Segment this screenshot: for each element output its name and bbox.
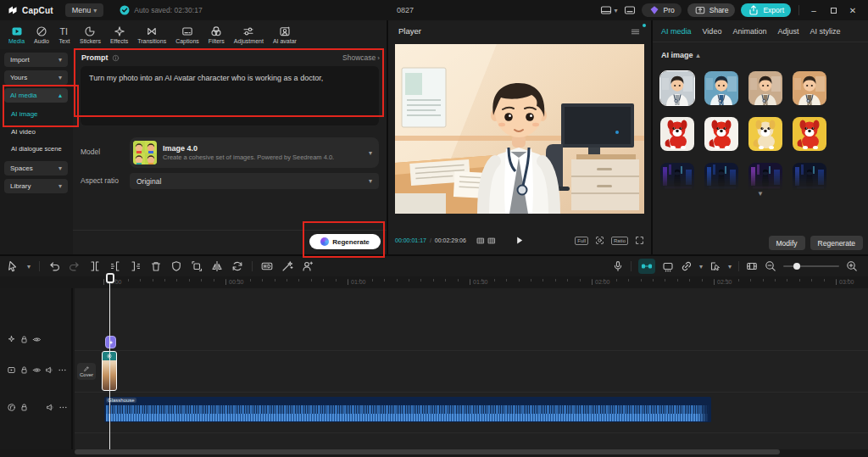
- mask-icon[interactable]: [170, 260, 182, 272]
- sidebar-item-spaces[interactable]: Spaces▾: [4, 161, 68, 176]
- modify-button[interactable]: Modify: [769, 236, 805, 250]
- model-select[interactable]: Image 4.0 Create a cohesive set of image…: [130, 137, 379, 168]
- player-video-preview[interactable]: [395, 44, 644, 214]
- split-icon[interactable]: [89, 260, 101, 272]
- sidebar-item-ai-dialogue-scene[interactable]: AI dialogue scene: [11, 145, 62, 153]
- minimize-button[interactable]: –: [807, 6, 821, 15]
- redo-icon[interactable]: [69, 260, 81, 272]
- regenerate-button[interactable]: Regenerate: [309, 234, 381, 249]
- cover-button[interactable]: Cover: [77, 363, 96, 380]
- tab-transitions[interactable]: Transitions: [137, 25, 166, 44]
- fullscreen-icon[interactable]: [635, 236, 644, 245]
- mute-icon[interactable]: [46, 403, 55, 412]
- link-icon[interactable]: [681, 260, 693, 272]
- sidebar-item-library[interactable]: Library▾: [4, 179, 68, 193]
- magic-tools-icon[interactable]: [281, 260, 293, 272]
- zoom-out-icon[interactable]: [765, 260, 776, 272]
- ai-image-doctor-1[interactable]: [660, 71, 694, 105]
- showcase-link[interactable]: Showcase›: [342, 53, 380, 62]
- ai-image-dog-3[interactable]: [748, 117, 782, 151]
- chevron-down-icon[interactable]: ▾: [699, 263, 703, 270]
- sidebar-item-yours[interactable]: Yours▾: [4, 70, 68, 85]
- mute-icon[interactable]: [45, 365, 54, 375]
- aspect-ratio-select[interactable]: Original▾: [130, 173, 379, 189]
- select-tool-icon[interactable]: [7, 260, 19, 272]
- delete-icon[interactable]: [150, 260, 162, 272]
- delete-left-icon[interactable]: [109, 260, 121, 272]
- reverse-icon[interactable]: [231, 260, 243, 272]
- ratio-button[interactable]: Ratio: [611, 237, 628, 245]
- lock-icon[interactable]: [19, 335, 29, 344]
- track-view-icon[interactable]: [746, 260, 758, 272]
- more-options-icon[interactable]: [58, 365, 67, 375]
- sidebar-item-ai-image[interactable]: AI image: [11, 110, 38, 118]
- lock-icon[interactable]: [19, 365, 29, 375]
- prev-frame-icon[interactable]: [476, 237, 485, 245]
- delete-right-icon[interactable]: [130, 260, 142, 272]
- timeline-scrollbar[interactable]: [75, 449, 780, 454]
- tab-filters[interactable]: Filters: [209, 25, 225, 44]
- tab-media[interactable]: Media: [8, 25, 25, 44]
- mirror-icon[interactable]: [211, 260, 223, 272]
- inspector-tab-ai-media[interactable]: AI media: [661, 27, 692, 36]
- tab-ai-avatar[interactable]: AI avatar: [273, 25, 297, 44]
- compact-layout-icon[interactable]: [624, 4, 636, 16]
- timeline-ruler[interactable]: 00:0000:3001:0001:3002:0002:3003:00: [75, 276, 868, 288]
- chevron-down-icon[interactable]: ▾: [728, 263, 732, 270]
- show-more-chevron[interactable]: ▼: [653, 190, 868, 198]
- hd-quality-icon[interactable]: [261, 260, 273, 272]
- maximize-button[interactable]: [826, 6, 840, 15]
- full-screen-quality-button[interactable]: Full: [575, 237, 588, 245]
- inspector-tab-animation[interactable]: Animation: [732, 27, 766, 36]
- play-button[interactable]: [514, 235, 525, 246]
- next-frame-icon[interactable]: [487, 237, 496, 245]
- inspector-tab-adjust[interactable]: Adjust: [777, 27, 798, 36]
- tab-text[interactable]: TIText: [58, 25, 70, 44]
- audio-clip[interactable]: Glasshouse: [104, 397, 711, 422]
- player-menu-icon[interactable]: [630, 26, 641, 37]
- tab-stickers[interactable]: Stickers: [80, 25, 101, 44]
- undo-icon[interactable]: [48, 260, 60, 272]
- sidebar-item-ai-video[interactable]: AI video: [11, 128, 36, 136]
- sidebar-item-ai-media[interactable]: AI media▴: [4, 88, 68, 103]
- pro-button[interactable]: Pro: [642, 3, 682, 17]
- ai-image-doctor-3[interactable]: [748, 71, 782, 105]
- ai-image-group-header[interactable]: AI image▴: [661, 51, 700, 59]
- visibility-icon[interactable]: [32, 335, 42, 344]
- record-voiceover-icon[interactable]: [612, 260, 624, 272]
- auto-cut-icon[interactable]: [709, 260, 721, 272]
- character-icon[interactable]: [302, 260, 314, 272]
- info-icon[interactable]: [112, 54, 120, 62]
- tab-effects[interactable]: Effects: [110, 25, 128, 44]
- tab-adjustment[interactable]: Adjustment: [234, 25, 264, 44]
- tab-captions[interactable]: Captions: [175, 25, 199, 44]
- playhead-handle[interactable]: [106, 273, 114, 283]
- menu-button[interactable]: Menu▾: [65, 3, 104, 17]
- inspector-tab-video[interactable]: Video: [703, 27, 722, 36]
- layout-toggle-icon[interactable]: [600, 4, 612, 16]
- ai-image-dog-1[interactable]: [660, 117, 694, 151]
- focus-icon[interactable]: [595, 236, 604, 245]
- preview-axis-button[interactable]: [638, 259, 655, 274]
- tab-audio[interactable]: Audio: [34, 25, 49, 44]
- playhead-line[interactable]: [109, 274, 110, 449]
- regenerate-result-button[interactable]: Regenerate: [810, 236, 863, 250]
- effect-clip[interactable]: [105, 336, 116, 348]
- chevron-down-icon[interactable]: ▾: [27, 263, 31, 270]
- inspector-tab-ai-stylize[interactable]: AI stylize: [810, 27, 840, 36]
- ai-image-dog-4[interactable]: [793, 117, 826, 151]
- auto-preview-icon[interactable]: [662, 260, 674, 272]
- more-options-icon[interactable]: [58, 403, 68, 412]
- prompt-input[interactable]: Turn my photo into an AI Avatar characte…: [81, 66, 379, 125]
- crop-icon[interactable]: [191, 260, 203, 272]
- ai-image-doctor-4[interactable]: [793, 71, 826, 105]
- zoom-slider-knob[interactable]: [793, 263, 800, 270]
- timeline-zoom-slider[interactable]: [783, 265, 839, 267]
- ai-image-dog-2[interactable]: [704, 117, 738, 151]
- chevron-down-icon[interactable]: ▾: [614, 7, 617, 14]
- zoom-in-icon[interactable]: [846, 260, 858, 272]
- export-button[interactable]: Export: [741, 3, 791, 17]
- close-button[interactable]: ✕: [846, 6, 860, 15]
- visibility-icon[interactable]: [32, 365, 42, 375]
- sidebar-item-import[interactable]: Import▾: [4, 53, 68, 67]
